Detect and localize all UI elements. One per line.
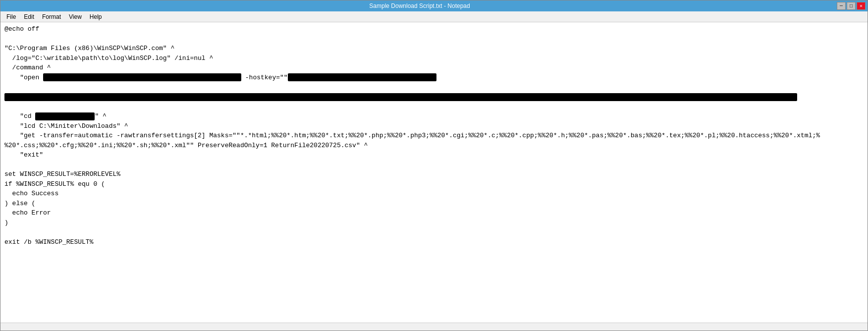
horizontal-scrollbar[interactable] <box>0 323 868 331</box>
redacted-1 <box>43 73 241 81</box>
menu-file[interactable]: File <box>2 12 20 21</box>
redacted-3 <box>35 112 95 120</box>
menu-bar: File Edit Format View Help <box>0 11 868 22</box>
title-bar: Sample Download Script.txt - Notepad ─ □… <box>0 0 868 11</box>
menu-format[interactable]: Format <box>38 12 65 21</box>
maximize-button[interactable]: □ <box>847 2 856 10</box>
redacted-full-line <box>4 93 797 101</box>
title-bar-controls: ─ □ ✕ <box>837 2 866 10</box>
close-button[interactable]: ✕ <box>857 2 866 10</box>
menu-help[interactable]: Help <box>86 12 106 21</box>
menu-edit[interactable]: Edit <box>20 12 38 21</box>
redacted-2 <box>288 73 436 81</box>
minimize-button[interactable]: ─ <box>837 2 846 10</box>
notepad-window: Sample Download Script.txt - Notepad ─ □… <box>0 0 868 331</box>
code-content: @echo off "C:\Program Files (x86)\WinSCP… <box>4 24 864 257</box>
window-title: Sample Download Script.txt - Notepad <box>2 2 837 9</box>
editor-area[interactable]: @echo off "C:\Program Files (x86)\WinSCP… <box>0 22 868 323</box>
menu-view[interactable]: View <box>65 12 86 21</box>
